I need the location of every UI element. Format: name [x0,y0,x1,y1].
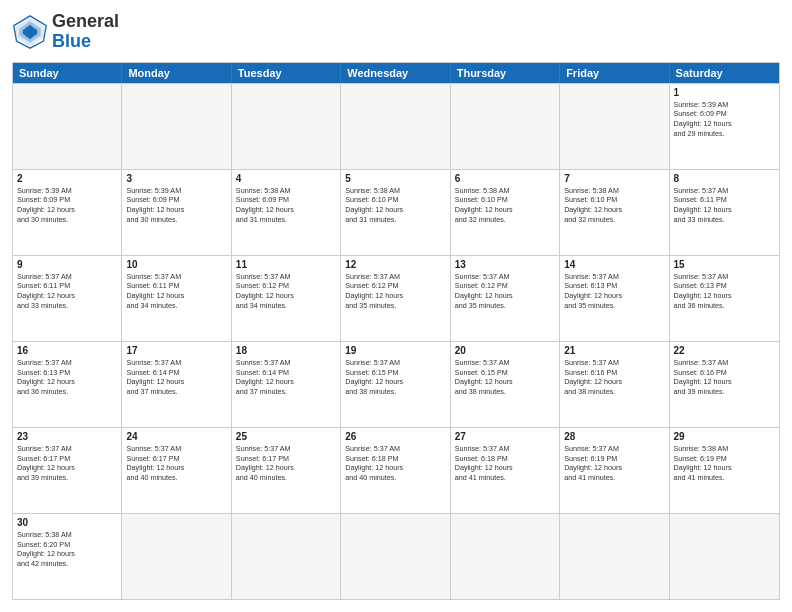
cal-cell: 10Sunrise: 5:37 AM Sunset: 6:11 PM Dayli… [122,256,231,341]
day-info: Sunrise: 5:37 AM Sunset: 6:11 PM Dayligh… [674,186,775,225]
day-number: 14 [564,259,664,270]
cal-cell: 21Sunrise: 5:37 AM Sunset: 6:16 PM Dayli… [560,342,669,427]
header-day-sunday: Sunday [13,63,122,83]
header-day-monday: Monday [122,63,231,83]
day-info: Sunrise: 5:37 AM Sunset: 6:13 PM Dayligh… [17,358,117,397]
cal-cell: 17Sunrise: 5:37 AM Sunset: 6:14 PM Dayli… [122,342,231,427]
day-number: 3 [126,173,226,184]
day-number: 1 [674,87,775,98]
day-number: 26 [345,431,445,442]
day-number: 15 [674,259,775,270]
cal-cell: 14Sunrise: 5:37 AM Sunset: 6:13 PM Dayli… [560,256,669,341]
cal-cell: 2Sunrise: 5:39 AM Sunset: 6:09 PM Daylig… [13,170,122,255]
cal-cell: 1Sunrise: 5:39 AM Sunset: 6:09 PM Daylig… [670,84,779,169]
day-number: 10 [126,259,226,270]
day-info: Sunrise: 5:38 AM Sunset: 6:10 PM Dayligh… [564,186,664,225]
header: General Blue [12,12,780,52]
day-number: 6 [455,173,555,184]
cal-cell [560,84,669,169]
cal-cell: 22Sunrise: 5:37 AM Sunset: 6:16 PM Dayli… [670,342,779,427]
day-info: Sunrise: 5:37 AM Sunset: 6:12 PM Dayligh… [455,272,555,311]
cal-cell [232,514,341,599]
day-info: Sunrise: 5:37 AM Sunset: 6:11 PM Dayligh… [126,272,226,311]
day-info: Sunrise: 5:39 AM Sunset: 6:09 PM Dayligh… [674,100,775,139]
cal-cell: 16Sunrise: 5:37 AM Sunset: 6:13 PM Dayli… [13,342,122,427]
cal-cell: 18Sunrise: 5:37 AM Sunset: 6:14 PM Dayli… [232,342,341,427]
page: General Blue SundayMondayTuesdayWednesda… [0,0,792,612]
cal-cell: 27Sunrise: 5:37 AM Sunset: 6:18 PM Dayli… [451,428,560,513]
day-number: 18 [236,345,336,356]
day-number: 28 [564,431,664,442]
day-info: Sunrise: 5:37 AM Sunset: 6:14 PM Dayligh… [126,358,226,397]
header-day-tuesday: Tuesday [232,63,341,83]
cal-cell: 19Sunrise: 5:37 AM Sunset: 6:15 PM Dayli… [341,342,450,427]
cal-cell: 7Sunrise: 5:38 AM Sunset: 6:10 PM Daylig… [560,170,669,255]
day-info: Sunrise: 5:38 AM Sunset: 6:20 PM Dayligh… [17,530,117,569]
cal-cell [122,84,231,169]
day-info: Sunrise: 5:38 AM Sunset: 6:10 PM Dayligh… [345,186,445,225]
cal-cell: 20Sunrise: 5:37 AM Sunset: 6:15 PM Dayli… [451,342,560,427]
day-info: Sunrise: 5:37 AM Sunset: 6:12 PM Dayligh… [345,272,445,311]
day-number: 30 [17,517,117,528]
day-info: Sunrise: 5:37 AM Sunset: 6:18 PM Dayligh… [345,444,445,483]
day-info: Sunrise: 5:38 AM Sunset: 6:09 PM Dayligh… [236,186,336,225]
day-number: 19 [345,345,445,356]
cal-cell [122,514,231,599]
day-number: 24 [126,431,226,442]
cal-cell: 15Sunrise: 5:37 AM Sunset: 6:13 PM Dayli… [670,256,779,341]
header-day-thursday: Thursday [451,63,560,83]
day-number: 8 [674,173,775,184]
week-row-2: 9Sunrise: 5:37 AM Sunset: 6:11 PM Daylig… [13,255,779,341]
day-info: Sunrise: 5:37 AM Sunset: 6:16 PM Dayligh… [564,358,664,397]
day-info: Sunrise: 5:37 AM Sunset: 6:18 PM Dayligh… [455,444,555,483]
day-info: Sunrise: 5:37 AM Sunset: 6:17 PM Dayligh… [126,444,226,483]
week-row-3: 16Sunrise: 5:37 AM Sunset: 6:13 PM Dayli… [13,341,779,427]
cal-cell: 3Sunrise: 5:39 AM Sunset: 6:09 PM Daylig… [122,170,231,255]
day-number: 29 [674,431,775,442]
logo: General Blue [12,12,119,52]
logo-text: General Blue [52,12,119,52]
cal-cell [13,84,122,169]
header-day-wednesday: Wednesday [341,63,450,83]
calendar: SundayMondayTuesdayWednesdayThursdayFrid… [12,62,780,600]
day-number: 22 [674,345,775,356]
header-day-saturday: Saturday [670,63,779,83]
cal-cell: 12Sunrise: 5:37 AM Sunset: 6:12 PM Dayli… [341,256,450,341]
day-info: Sunrise: 5:37 AM Sunset: 6:15 PM Dayligh… [455,358,555,397]
day-number: 21 [564,345,664,356]
day-number: 2 [17,173,117,184]
cal-cell: 25Sunrise: 5:37 AM Sunset: 6:17 PM Dayli… [232,428,341,513]
cal-cell [670,514,779,599]
day-info: Sunrise: 5:37 AM Sunset: 6:12 PM Dayligh… [236,272,336,311]
week-row-5: 30Sunrise: 5:38 AM Sunset: 6:20 PM Dayli… [13,513,779,599]
day-number: 13 [455,259,555,270]
day-number: 20 [455,345,555,356]
cal-cell: 30Sunrise: 5:38 AM Sunset: 6:20 PM Dayli… [13,514,122,599]
calendar-body: 1Sunrise: 5:39 AM Sunset: 6:09 PM Daylig… [13,83,779,599]
cal-cell: 4Sunrise: 5:38 AM Sunset: 6:09 PM Daylig… [232,170,341,255]
cal-cell: 24Sunrise: 5:37 AM Sunset: 6:17 PM Dayli… [122,428,231,513]
day-info: Sunrise: 5:37 AM Sunset: 6:15 PM Dayligh… [345,358,445,397]
cal-cell: 26Sunrise: 5:37 AM Sunset: 6:18 PM Dayli… [341,428,450,513]
day-info: Sunrise: 5:37 AM Sunset: 6:14 PM Dayligh… [236,358,336,397]
day-info: Sunrise: 5:39 AM Sunset: 6:09 PM Dayligh… [126,186,226,225]
day-info: Sunrise: 5:37 AM Sunset: 6:19 PM Dayligh… [564,444,664,483]
cal-cell: 9Sunrise: 5:37 AM Sunset: 6:11 PM Daylig… [13,256,122,341]
cal-cell [232,84,341,169]
day-info: Sunrise: 5:38 AM Sunset: 6:19 PM Dayligh… [674,444,775,483]
day-number: 17 [126,345,226,356]
day-number: 7 [564,173,664,184]
day-info: Sunrise: 5:37 AM Sunset: 6:13 PM Dayligh… [674,272,775,311]
cal-cell: 13Sunrise: 5:37 AM Sunset: 6:12 PM Dayli… [451,256,560,341]
cal-cell: 6Sunrise: 5:38 AM Sunset: 6:10 PM Daylig… [451,170,560,255]
logo-icon [12,14,48,50]
cal-cell: 5Sunrise: 5:38 AM Sunset: 6:10 PM Daylig… [341,170,450,255]
day-info: Sunrise: 5:37 AM Sunset: 6:17 PM Dayligh… [236,444,336,483]
week-row-0: 1Sunrise: 5:39 AM Sunset: 6:09 PM Daylig… [13,83,779,169]
day-number: 16 [17,345,117,356]
day-info: Sunrise: 5:37 AM Sunset: 6:17 PM Dayligh… [17,444,117,483]
cal-cell [341,84,450,169]
day-info: Sunrise: 5:39 AM Sunset: 6:09 PM Dayligh… [17,186,117,225]
day-info: Sunrise: 5:37 AM Sunset: 6:13 PM Dayligh… [564,272,664,311]
cal-cell: 29Sunrise: 5:38 AM Sunset: 6:19 PM Dayli… [670,428,779,513]
